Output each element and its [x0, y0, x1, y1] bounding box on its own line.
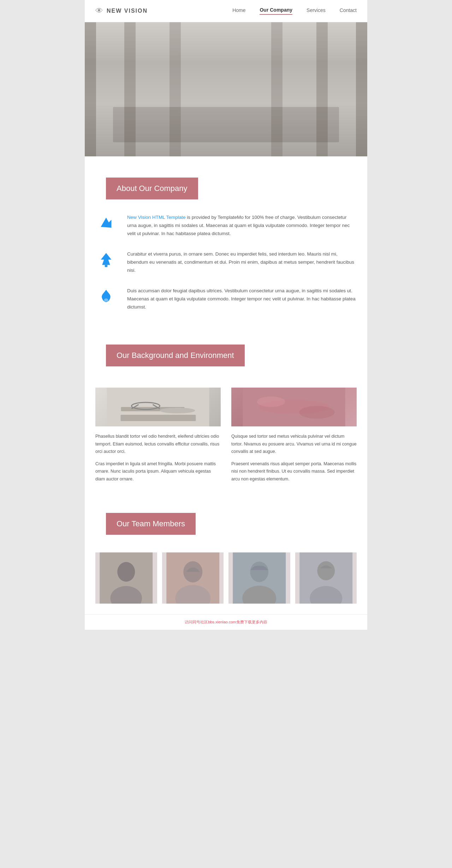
hero-people-silhouettes [113, 107, 339, 142]
site-header: 👁 NEW VISION Home Our Company Services C… [85, 0, 367, 22]
template-link[interactable]: New Vision HTML Template [127, 215, 186, 220]
nav-services[interactable]: Services [307, 7, 326, 14]
footer-watermark: 访问同号社区bbs.xienlao.com免费下载更多内容 [85, 614, 367, 630]
feature-icon-2 [95, 250, 117, 268]
floral-image-bg [231, 388, 357, 426]
main-nav: Home Our Company Services Contact [232, 7, 357, 15]
desk-image-bg [95, 388, 221, 426]
bg-left-p2: Cras imperdiet in ligula sit amet fringi… [95, 460, 221, 483]
nav-home[interactable]: Home [232, 7, 245, 14]
background-section-band: Our Background and Environment [106, 345, 245, 366]
svg-rect-1 [105, 265, 107, 267]
tree-icon [98, 252, 114, 268]
background-left-text: Phasellus blandit tortor vel odio hendre… [95, 433, 221, 483]
team-photo-2 [162, 552, 224, 604]
feature-icon-1 [95, 214, 117, 231]
svg-point-12 [299, 406, 335, 419]
feature-text-1: New Vision HTML Template is provided by … [127, 214, 357, 238]
nav-contact[interactable]: Contact [340, 7, 357, 14]
team-photo-3 [228, 552, 290, 604]
team-card-1[interactable] [95, 552, 157, 604]
bg-right-p2: Praesent venenatis risus aliquet semper … [231, 460, 357, 483]
feature-text-2: Curabitur et viverra purus, in ornare se… [127, 250, 357, 275]
feature-item-1: New Vision HTML Template is provided by … [95, 214, 357, 238]
logo-text: NEW VISION [107, 8, 148, 14]
feature-icon-3 [95, 287, 117, 304]
background-right-col: Quisque sed tortor sed metus vehicula pu… [231, 388, 357, 483]
team-grid [95, 552, 357, 604]
floral-image [231, 388, 357, 426]
flame-icon [98, 288, 114, 304]
feature-item-2: Curabitur et viverra purus, in ornare se… [95, 250, 357, 275]
nav-our-company[interactable]: Our Company [260, 7, 292, 15]
bg-left-p1: Phasellus blandit tortor vel odio hendre… [95, 433, 221, 455]
background-right-text: Quisque sed tortor sed metus vehicula pu… [231, 433, 357, 483]
logo-area: 👁 NEW VISION [95, 6, 232, 16]
team-section [85, 552, 367, 614]
team-section-band: Our Team Members [106, 513, 196, 535]
svg-point-8 [160, 408, 195, 413]
background-section: Phasellus blandit tortor vel odio hendre… [85, 388, 367, 502]
desk-scene [95, 388, 221, 426]
team-photo-4 [295, 552, 357, 604]
features-section: New Vision HTML Template is provided by … [85, 210, 367, 334]
svg-point-2 [104, 298, 108, 301]
team-card-4[interactable] [295, 552, 357, 604]
watermark-text: 访问同号社区bbs.xienlao.com免费下载更多内容 [185, 620, 267, 624]
svg-point-14 [117, 562, 135, 582]
about-section-band: About Our Company [106, 178, 198, 199]
svg-point-11 [257, 396, 285, 407]
desk-image [95, 388, 221, 426]
feature-text-3: Duis accumsan dolor feugiat dapibus ultr… [127, 287, 357, 311]
background-left-col: Phasellus blandit tortor vel odio hendre… [95, 388, 221, 483]
feature-item-3: Duis accumsan dolor feugiat dapibus ultr… [95, 287, 357, 311]
svg-point-23 [317, 561, 335, 580]
background-columns: Phasellus blandit tortor vel odio hendre… [95, 388, 357, 483]
svg-point-20 [250, 562, 268, 582]
arrow-icon [98, 215, 114, 231]
svg-marker-0 [101, 253, 111, 265]
team-card-2[interactable] [162, 552, 224, 604]
bg-right-p1: Quisque sed tortor sed metus vehicula pu… [231, 433, 357, 455]
floral-scene [231, 388, 357, 426]
hero-background [85, 22, 367, 156]
team-card-3[interactable] [228, 552, 290, 604]
eye-icon: 👁 [95, 6, 103, 16]
team-photo-1 [95, 552, 157, 604]
hero-section [85, 22, 367, 156]
